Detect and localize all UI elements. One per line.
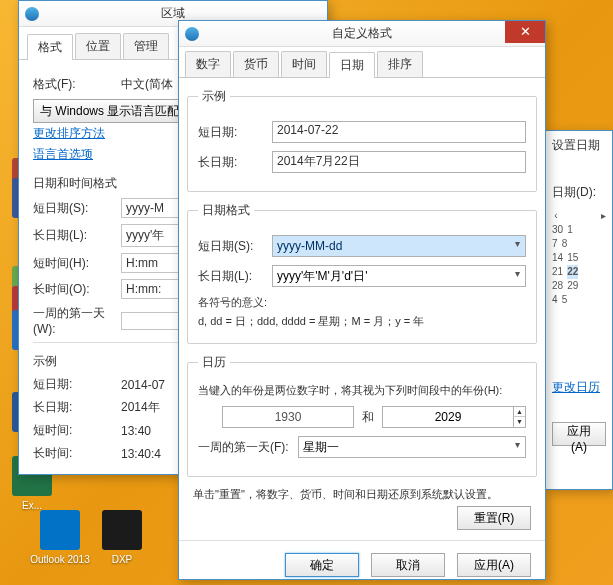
tab-格式[interactable]: 格式 <box>27 34 73 60</box>
example-row-value: 13:40 <box>121 424 151 438</box>
calendar-cell[interactable] <box>562 209 568 223</box>
calendar-cell[interactable] <box>591 237 597 251</box>
short-date-format-label: 短日期(S): <box>198 238 272 255</box>
example-row-label: 长时间: <box>33 445 121 462</box>
calendar-cell[interactable]: 4 <box>552 293 558 307</box>
apply-button-right[interactable]: 应用(A) <box>552 422 606 446</box>
apply-button[interactable]: 应用(A) <box>457 553 531 577</box>
calendar-cell[interactable] <box>603 251 606 265</box>
desktop-icon-label: DXP <box>92 554 152 565</box>
calendar-cell[interactable] <box>582 251 585 265</box>
custom-format-window: 自定义格式 ✕ 数字货币时间日期排序 示例 短日期: 2014-07-22 长日… <box>178 20 546 580</box>
calendar-cell[interactable] <box>602 223 606 237</box>
date-format-legend: 日期格式 <box>198 202 254 219</box>
app-icon <box>40 510 80 550</box>
example-row-label: 短时间: <box>33 422 121 439</box>
calendar-legend: 日历 <box>198 354 230 371</box>
close-button[interactable]: ✕ <box>505 21 545 43</box>
first-day-label: 一周的第一天(F): <box>198 439 298 456</box>
calendar-cell[interactable] <box>596 265 599 279</box>
custom-tabs: 数字货币时间日期排序 <box>179 47 545 78</box>
and-label: 和 <box>362 409 374 426</box>
custom-titlebar[interactable]: 自定义格式 ✕ <box>179 21 545 47</box>
calendar-cell[interactable] <box>603 265 606 279</box>
calendar-cell[interactable]: 21 <box>552 265 563 279</box>
year-end-spinner[interactable]: ▲▼ <box>514 406 526 428</box>
two-digit-year-label: 当键入的年份是两位数字时，将其视为下列时间段中的年份(H): <box>198 383 526 398</box>
calendar-cell[interactable] <box>589 251 592 265</box>
format-row-label: 长时间(O): <box>33 281 121 298</box>
tab-时间[interactable]: 时间 <box>281 51 327 77</box>
lang-pref-link[interactable]: 语言首选项 <box>33 146 93 163</box>
calendar-cell[interactable]: 28 <box>552 279 563 293</box>
calendar-cell[interactable] <box>591 209 597 223</box>
symbol-meaning-text: d, dd = 日；ddd, dddd = 星期；M = 月；y = 年 <box>198 314 526 329</box>
example-row-value: 2014年 <box>121 399 160 416</box>
symbol-meaning-label: 各符号的意义: <box>198 295 526 310</box>
globe-icon <box>185 27 199 41</box>
format-label: 格式(F): <box>33 76 121 93</box>
example-row-value: 13:40:4 <box>121 447 161 461</box>
calendar-cell[interactable]: 14 <box>552 251 563 265</box>
calendar-cell[interactable]: 7 <box>552 237 558 251</box>
calendar-cell[interactable] <box>589 279 592 293</box>
format-row-label: 一周的第一天(W): <box>33 305 121 336</box>
year-start-input <box>222 406 354 428</box>
ok-button[interactable]: 确定 <box>285 553 359 577</box>
calendar-cell[interactable] <box>581 209 587 223</box>
calendar-cell[interactable] <box>589 265 592 279</box>
set-date-title: 设置日期 <box>552 137 606 154</box>
example-row-value: 2014-07 <box>121 378 165 392</box>
example-row-label: 短日期: <box>33 376 121 393</box>
calendar-cell[interactable]: 29 <box>567 279 578 293</box>
calendar-cell[interactable]: 15 <box>567 251 578 265</box>
calendar-cell[interactable] <box>585 223 589 237</box>
short-date-format-select[interactable]: yyyy-MM-dd <box>272 235 526 257</box>
format-row-label: 长日期(L): <box>33 227 121 244</box>
calendar-cell[interactable] <box>591 293 597 307</box>
date-format-fieldset: 日期格式 短日期(S): yyyy-MM-dd 长日期(L): yyyy'年'M… <box>187 202 537 344</box>
long-date-format-select[interactable]: yyyy'年'M'月'd'日' <box>272 265 526 287</box>
calendar-cell[interactable] <box>596 279 599 293</box>
calendar-cell[interactable] <box>581 293 587 307</box>
calendar-cell[interactable]: 30 <box>552 223 563 237</box>
calendar-cell[interactable] <box>582 265 585 279</box>
tab-管理[interactable]: 管理 <box>123 33 169 59</box>
desktop-icon-label: Outlook 2013 <box>30 554 90 565</box>
calendar-cell[interactable]: 1 <box>567 223 573 237</box>
long-date-format-label: 长日期(L): <box>198 268 272 285</box>
tab-日期[interactable]: 日期 <box>329 52 375 78</box>
calendar-cell[interactable] <box>581 237 587 251</box>
calendar-cell[interactable] <box>600 293 606 307</box>
calendar-cell[interactable] <box>596 251 599 265</box>
tab-位置[interactable]: 位置 <box>75 33 121 59</box>
mini-calendar[interactable]: ‹▸3017814152122282945 <box>552 209 606 307</box>
first-day-select[interactable]: 星期一 <box>298 436 526 458</box>
calendar-cell[interactable]: 8 <box>562 237 568 251</box>
calendar-cell[interactable]: ‹ <box>552 209 558 223</box>
tab-货币[interactable]: 货币 <box>233 51 279 77</box>
calendar-cell[interactable] <box>577 223 581 237</box>
tab-排序[interactable]: 排序 <box>377 51 423 77</box>
calendar-cell[interactable] <box>603 279 606 293</box>
change-sort-link[interactable]: 更改排序方法 <box>33 125 105 142</box>
calendar-cell[interactable]: ▸ <box>600 209 606 223</box>
calendar-cell[interactable] <box>593 223 597 237</box>
calendar-cell[interactable] <box>600 237 606 251</box>
desktop-icon[interactable]: Outlook 2013 <box>30 510 90 565</box>
reset-button[interactable]: 重置(R) <box>457 506 531 530</box>
tab-数字[interactable]: 数字 <box>185 51 231 77</box>
date-label: 日期(D): <box>552 184 606 201</box>
set-date-window: 设置日期 日期(D): ‹▸3017814152122282945 更改日历 应… <box>545 130 613 490</box>
cancel-button[interactable]: 取消 <box>371 553 445 577</box>
calendar-cell[interactable]: 5 <box>562 293 568 307</box>
calendar-cell[interactable] <box>571 209 577 223</box>
calendar-cell[interactable] <box>571 237 577 251</box>
calendar-fieldset: 日历 当键入的年份是两位数字时，将其视为下列时间段中的年份(H): 和 ▲▼ 一… <box>187 354 537 477</box>
year-end-input[interactable] <box>382 406 514 428</box>
desktop-icon[interactable]: DXP <box>92 510 152 565</box>
calendar-cell[interactable] <box>571 293 577 307</box>
change-calendar-link[interactable]: 更改日历 <box>552 379 600 396</box>
calendar-cell[interactable] <box>582 279 585 293</box>
calendar-cell[interactable]: 22 <box>567 265 578 279</box>
